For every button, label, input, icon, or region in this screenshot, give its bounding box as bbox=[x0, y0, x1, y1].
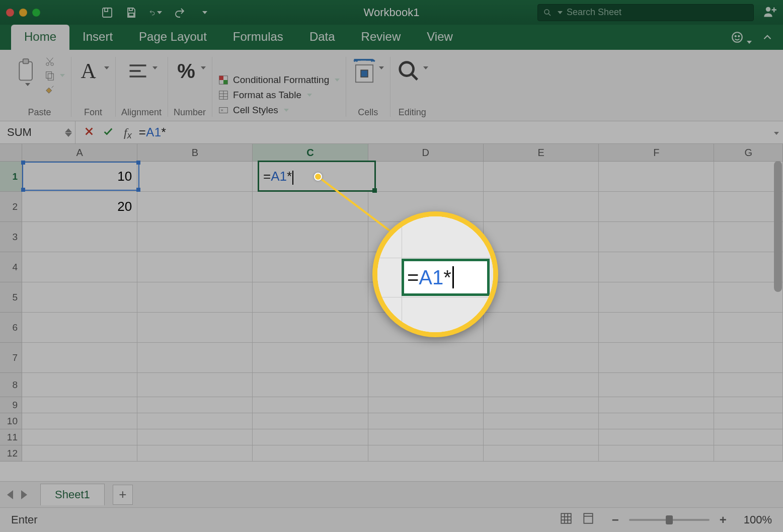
callout-magnifier: =A1* bbox=[372, 211, 498, 337]
magnified-editing-cell: =A1* bbox=[402, 259, 490, 296]
callout-anchor-dot bbox=[314, 173, 322, 181]
svg-line-29 bbox=[318, 177, 398, 237]
